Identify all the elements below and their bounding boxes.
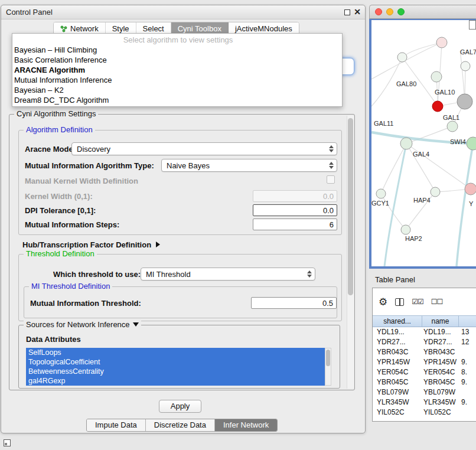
deselect-all-checkboxes-icon[interactable]: ☐☐	[431, 298, 443, 306]
manual-kernel-checkbox[interactable]	[327, 175, 335, 184]
node-label: GAL11	[374, 120, 393, 127]
dropdown-placeholder[interactable]: Select algorithm to view settings	[12, 35, 342, 45]
cell: 12	[459, 337, 476, 347]
mi-steps-label: Mutual Information Steps:	[25, 220, 119, 229]
cell: YDL19...	[422, 327, 459, 337]
cell: YPR145W	[373, 357, 422, 367]
select-all-checkboxes-icon[interactable]: ☑☑	[412, 298, 423, 306]
network-canvas-frame: GAL7 GAL80 GAL10 GAL11 GAL1 SWI4 GAL4 GC…	[369, 19, 476, 269]
cell: YBL079W	[422, 387, 459, 397]
table-row[interactable]: YBL079W YBL079W	[373, 387, 476, 397]
attributes-scrollbar[interactable]	[325, 348, 331, 386]
table-row[interactable]: YBR045C YBR045C 9.	[373, 377, 476, 387]
stepper-arrows-icon	[307, 270, 312, 278]
which-threshold-combobox[interactable]: MI Threshold	[141, 268, 315, 281]
dropdown-item[interactable]: Mutual Information Inference	[12, 75, 342, 85]
restore-panel-icon[interactable]	[4, 439, 11, 446]
stepper-arrows-icon	[329, 162, 334, 169]
network-node[interactable]	[461, 61, 470, 71]
node-label: GCY1	[371, 200, 389, 207]
dpi-tolerance-label: DPI Tolerance [0,1]:	[25, 206, 96, 215]
dropdown-item[interactable]: Basic Correlation Inference	[12, 55, 342, 65]
mi-type-label: Mutual Information Algorithm Type:	[25, 161, 154, 170]
table-panel-window: ⚙ ☑☑ ☐☐ shared... name YDL19... YDL19...…	[372, 288, 476, 422]
cell: 8.	[459, 367, 476, 377]
network-node[interactable]	[401, 225, 410, 234]
settings-scrollbar[interactable]	[347, 116, 354, 389]
zoom-traffic-light-icon[interactable]	[397, 8, 405, 15]
mi-threshold-field[interactable]: 0.5	[251, 297, 337, 309]
network-node[interactable]	[431, 187, 440, 197]
dropdown-item[interactable]: Dream8 DC_TDC Algorithm	[12, 95, 342, 105]
dropdown-item[interactable]: Bayesian – Hill Climbing	[12, 45, 342, 55]
window-title: Control Panel	[6, 8, 53, 17]
network-node[interactable]	[431, 71, 442, 82]
dropdown-item[interactable]: Bayesian – K2	[12, 85, 342, 95]
close-icon[interactable]: ✕	[354, 7, 361, 17]
cell: YBR043C	[373, 347, 422, 357]
network-node-labels: GAL7 GAL80 GAL10 GAL11 GAL1 SWI4 GAL4 GC…	[371, 48, 476, 242]
table-row[interactable]: YIL052C YIL052C	[373, 407, 476, 418]
cell: YLR345W	[373, 397, 422, 407]
mi-steps-field[interactable]: 6	[253, 219, 337, 230]
dpi-tolerance-value: 0.0	[323, 206, 334, 215]
cell: YIL052C	[373, 407, 422, 418]
network-node-selected-red[interactable]	[432, 101, 443, 112]
which-threshold-label: Which threshold to use:	[53, 270, 141, 279]
mi-type-value: Naive Bayes	[167, 161, 210, 170]
algorithm-dropdown-popup: Select algorithm to view settings Bayesi…	[12, 33, 343, 107]
column-header-extra[interactable]	[459, 315, 476, 327]
tab-infer-network[interactable]: Infer Network	[215, 419, 277, 431]
column-header-shared[interactable]: shared...	[373, 315, 422, 327]
table-row[interactable]: YDL19... YDL19... 13	[373, 327, 476, 337]
expand-arrow-icon	[156, 242, 160, 247]
float-window-icon[interactable]	[344, 9, 350, 15]
column-header-name[interactable]: name	[422, 315, 459, 327]
list-item[interactable]: TopologicalCoefficient	[26, 357, 325, 367]
sources-title: Sources for Network Inference	[26, 320, 130, 329]
network-node[interactable]	[467, 137, 476, 150]
network-node[interactable]	[376, 189, 386, 198]
cell: 9.	[459, 377, 476, 387]
cyni-algorithm-settings-group: Cyni Algorithm Settings Algorithm Defini…	[9, 114, 355, 390]
network-node[interactable]	[436, 37, 447, 48]
dropdown-item-selected[interactable]: ARACNE Algorithm	[12, 65, 342, 75]
network-window-titlebar[interactable]	[369, 5, 476, 19]
node-label: GAL80	[396, 80, 416, 87]
kernel-width-field[interactable]: 0.0	[253, 190, 337, 202]
table-row[interactable]: YDR27... YDR27... 12	[373, 337, 476, 347]
table-row[interactable]: YER054C YER054C 8.	[373, 367, 476, 377]
tab-impute-data[interactable]: Impute Data	[87, 419, 146, 431]
hub-definition-expander[interactable]: Hub/Transcription Factor Definition	[22, 239, 160, 250]
table-row[interactable]: YLR345W YLR345W 9.	[373, 397, 476, 407]
threshold-definition-title: Threshold Definition	[24, 249, 97, 258]
control-panel-titlebar[interactable]: Control Panel ✕	[1, 5, 365, 19]
tab-discretize-data[interactable]: Discretize Data	[146, 419, 215, 431]
list-item[interactable]: BetweennessCentrality	[26, 367, 325, 376]
network-node[interactable]	[447, 121, 458, 132]
minimize-traffic-light-icon[interactable]	[386, 8, 393, 15]
list-item[interactable]: gal4RGexp	[26, 376, 325, 386]
node-label: GAL7	[460, 48, 476, 56]
network-canvas[interactable]: GAL7 GAL80 GAL10 GAL11 GAL1 SWI4 GAL4 GC…	[371, 20, 476, 266]
data-attributes-list: SelfLoops TopologicalCoefficient Between…	[26, 348, 325, 386]
columns-icon[interactable]	[395, 298, 404, 306]
network-scroll-corner[interactable]	[469, 20, 476, 30]
close-traffic-light-icon[interactable]	[375, 8, 382, 15]
table-row[interactable]: YPR145W YPR145W 9.	[373, 357, 476, 367]
network-node[interactable]	[465, 183, 476, 195]
network-node[interactable]	[397, 53, 407, 62]
aracne-mode-combobox[interactable]: Discovery	[71, 142, 337, 155]
cell	[459, 387, 476, 397]
gear-icon[interactable]: ⚙	[379, 297, 387, 307]
algorithm-definition-group: Algorithm Definition Aracne Mode: Discov…	[18, 130, 342, 235]
table-row[interactable]: YBR043C YBR043C	[373, 347, 476, 357]
network-node[interactable]	[400, 138, 412, 149]
list-item[interactable]: SelfLoops	[26, 348, 325, 357]
apply-button[interactable]: Apply	[159, 400, 201, 413]
sources-expander[interactable]: Sources for Network Inference	[24, 320, 141, 329]
mi-type-combobox[interactable]: Naive Bayes	[161, 159, 337, 172]
table-toolbar: ⚙ ☑☑ ☐☐	[373, 288, 476, 315]
dpi-tolerance-field[interactable]: 0.0	[253, 204, 337, 216]
network-node-gray[interactable]	[457, 94, 472, 109]
